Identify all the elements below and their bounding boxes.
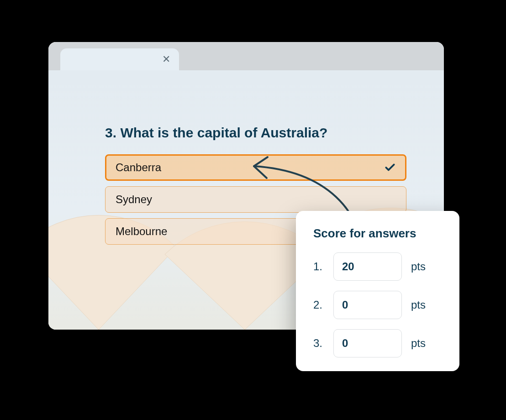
score-input-3[interactable] (333, 329, 402, 357)
answer-label: Melbourne (116, 225, 167, 238)
score-row-1: 1. pts (313, 252, 442, 281)
score-index: 3. (313, 337, 324, 350)
score-unit: pts (411, 299, 426, 311)
checkmark-icon (384, 162, 396, 173)
score-input-1[interactable] (333, 252, 402, 281)
browser-tab[interactable]: ✕ (60, 48, 179, 70)
score-card: Score for answers 1. pts 2. pts 3. pts (296, 211, 459, 371)
score-row-2: 2. pts (313, 291, 442, 319)
score-index: 2. (313, 299, 324, 311)
answer-option-2[interactable]: Sydney (105, 186, 406, 213)
score-index: 1. (313, 260, 324, 273)
answer-option-1[interactable]: Canberra (105, 154, 406, 181)
score-input-2[interactable] (333, 291, 402, 319)
question-number: 3. (105, 125, 116, 140)
score-unit: pts (411, 260, 426, 273)
question-title: 3. What is the capital of Australia? (105, 125, 406, 141)
close-icon[interactable]: ✕ (162, 55, 171, 64)
score-title: Score for answers (313, 226, 442, 241)
tab-bar: ✕ (48, 42, 444, 70)
answer-label: Sydney (116, 193, 152, 206)
score-row-3: 3. pts (313, 329, 442, 357)
answer-label: Canberra (116, 161, 161, 174)
score-unit: pts (411, 337, 426, 350)
question-text: What is the capital of Australia? (120, 125, 327, 140)
